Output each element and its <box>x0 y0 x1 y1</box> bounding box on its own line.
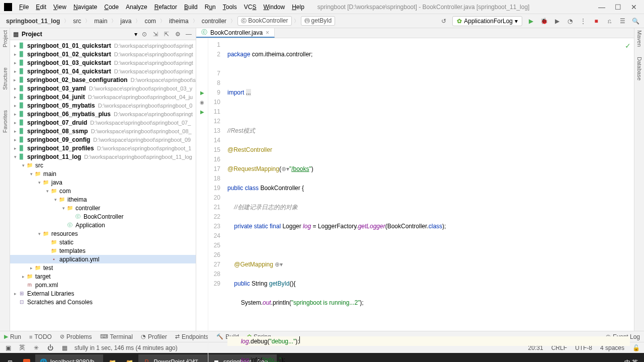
git-icon[interactable]: ⎌ <box>605 17 614 26</box>
code-editor[interactable]: ▶ ◉ ▶ 1278910111213141516171819202122232… <box>196 38 634 362</box>
taskbar-app[interactable] <box>19 354 34 362</box>
menu-vcs[interactable]: VCS <box>241 2 260 13</box>
tree-item[interactable]: ▾📁itheima <box>10 195 196 204</box>
attach-icon[interactable]: ⋮ <box>579 17 588 26</box>
hide-icon[interactable]: — <box>185 31 193 38</box>
tree-item[interactable]: ⊡Scratches and Consoles <box>10 298 196 306</box>
menu-window[interactable]: Window <box>260 2 288 13</box>
tree-item[interactable]: ⓒApplication <box>10 221 196 229</box>
debug-icon[interactable]: 🐞 <box>539 17 548 26</box>
profiler-tool-button[interactable]: ◔Profiler <box>141 333 167 340</box>
taskbar-chrome[interactable]: 🌐localhost:8080/b... <box>35 354 103 362</box>
tree-item[interactable]: ▸📁test <box>10 263 196 272</box>
tree-item[interactable]: ▾📁main <box>10 169 196 178</box>
tree-item[interactable]: ▸▉springboot_01_03_quickstartD:\workspac… <box>10 58 196 67</box>
chevron-down-icon[interactable]: ▾ <box>134 31 137 38</box>
tree-item[interactable]: ▸📁target <box>10 272 196 281</box>
minimize-icon[interactable]: — <box>596 3 608 11</box>
database-tool-button[interactable]: Database <box>636 57 642 80</box>
coverage-icon[interactable]: ▶ <box>552 17 561 26</box>
spring-gutter-icon[interactable]: ◉ <box>196 98 208 107</box>
tree-item[interactable]: ▾📁src <box>10 161 196 169</box>
favorites-tool-button[interactable]: Favorites <box>2 110 8 133</box>
ime-status[interactable]: 英 <box>18 343 26 352</box>
tree-item[interactable]: ▸▉springboot_01_01_quickstartD:\workspac… <box>10 41 196 50</box>
maximize-icon[interactable]: ☐ <box>612 3 624 11</box>
tree-item[interactable]: ▾📁resources <box>10 229 196 238</box>
power-save-icon[interactable]: ⏻ <box>46 344 54 351</box>
tree-item[interactable]: ▸▉springboot_04_junitD:\workspace\spring… <box>10 93 196 101</box>
menu-file[interactable]: File <box>16 2 32 13</box>
run-icon[interactable]: ▶ <box>526 17 535 26</box>
tree-item[interactable]: ▸▉springboot_01_04_quickstartD:\workspac… <box>10 67 196 75</box>
tree-item[interactable]: ▸▉springboot_03_yamlD:\workspace\springb… <box>10 84 196 93</box>
project-panel-title[interactable]: Project <box>22 31 131 38</box>
taskbar-explorer[interactable]: 📁 <box>104 354 120 362</box>
tree-item[interactable]: 📁static <box>10 238 196 246</box>
tree-item[interactable]: ▸▉springboot_08_ssmpD:\workspace\springb… <box>10 127 196 135</box>
crumb-controller[interactable]: controller <box>200 17 228 26</box>
tree-item[interactable]: ▾📁com <box>10 187 196 195</box>
menu-help[interactable]: Help <box>289 2 307 13</box>
tree-item[interactable]: ▸⊞External Libraries <box>10 289 196 298</box>
taskbar-folder2[interactable]: 📁 <box>121 354 137 362</box>
terminal-tool-button[interactable]: ⌨Terminal <box>100 333 133 340</box>
menu-run[interactable]: Run <box>202 2 219 13</box>
tree-item[interactable]: ▸▉springboot_02_base_configurationD:\wor… <box>10 75 196 84</box>
problems-tool-button[interactable]: ⊘Problems <box>60 333 92 340</box>
start-button[interactable]: ⊞ <box>2 354 18 362</box>
tool-windows-icon[interactable]: ▣ <box>4 344 12 351</box>
tree-item[interactable]: ▸▉springboot_09_configD:\workspace\sprin… <box>10 135 196 144</box>
tree-item[interactable]: ▾📁controller <box>10 204 196 212</box>
structure-tool-button[interactable]: Structure <box>2 67 8 90</box>
crumb-com[interactable]: com <box>142 17 158 26</box>
run-config-selector[interactable]: ✿ ApplicationForLog ▾ <box>452 16 522 26</box>
menu-edit[interactable]: Edit <box>33 2 49 13</box>
project-tool-button[interactable]: Project <box>2 30 8 47</box>
stop-icon[interactable]: ■ <box>592 17 601 26</box>
tree-item[interactable]: mpom.xml <box>10 281 196 289</box>
close-icon[interactable]: ✕ <box>628 3 640 11</box>
menu-analyze[interactable]: Analyze <box>123 2 150 13</box>
run-gutter-icon[interactable]: ▶ <box>196 107 208 117</box>
crumb-itheima[interactable]: itheima <box>167 17 191 26</box>
menu-navigate[interactable]: Navigate <box>70 2 100 13</box>
crumb-method[interactable]: ⓜ getById <box>301 16 336 26</box>
notif-icon[interactable]: ✳ <box>32 344 40 351</box>
search-icon[interactable]: 🔍 <box>631 17 640 26</box>
maven-tool-button[interactable]: Maven <box>636 30 642 47</box>
tree-item[interactable]: ▸▉springboot_06_mybatis_plusD:\workspace… <box>10 110 196 118</box>
expand-all-icon[interactable]: ⇲ <box>151 31 159 38</box>
tree-item[interactable]: ▸▉springboot_10_profilesD:\workspace\spr… <box>10 144 196 152</box>
todo-tool-button[interactable]: ≡TODO <box>29 333 52 340</box>
code-content[interactable]: package com.itheima.controller; import .… <box>223 38 634 362</box>
tree-item[interactable]: ▾📁java <box>10 178 196 187</box>
collapse-all-icon[interactable]: ⇱ <box>163 31 171 38</box>
menu-build[interactable]: Build <box>181 2 201 13</box>
menu-tools[interactable]: Tools <box>220 2 240 13</box>
menu-view[interactable]: View <box>50 2 69 13</box>
gear-icon[interactable]: ⚙ <box>174 31 182 38</box>
crumb-main[interactable]: main <box>92 17 109 26</box>
editor-tab-bookcontroller[interactable]: ⓒ BookController.java × <box>196 28 275 38</box>
tree-item[interactable]: ▸▉springboot_07_druidD:\workspace\spring… <box>10 118 196 127</box>
search-everywhere-icon[interactable]: ☰ <box>618 17 627 26</box>
menu-refactor[interactable]: Refactor <box>151 2 180 13</box>
progress-icon[interactable]: ▦ <box>60 344 68 351</box>
tree-item[interactable]: ▪application.yml <box>10 255 196 263</box>
tree-item[interactable]: ⓒBookController <box>10 212 196 221</box>
run-gutter-icon[interactable]: ▶ <box>196 88 208 98</box>
profile-icon[interactable]: ◔ <box>566 17 575 26</box>
project-tree[interactable]: ▸▉springboot_01_01_quickstartD:\workspac… <box>10 40 196 331</box>
tree-item[interactable]: 📁templates <box>10 246 196 255</box>
run-tool-button[interactable]: ▶Run <box>4 333 21 340</box>
crumb-java[interactable]: java <box>118 17 133 26</box>
crumb-class[interactable]: ⓒ BookController <box>237 16 291 26</box>
tree-item[interactable]: ▾▉springboot_11_logD:\workspace\springbo… <box>10 152 196 161</box>
build-icon[interactable]: ↺ <box>439 17 448 26</box>
crumb-project[interactable]: springboot_11_log <box>4 17 62 26</box>
crumb-src[interactable]: src <box>71 17 83 26</box>
select-opened-icon[interactable]: ⊙ <box>140 31 148 38</box>
tree-item[interactable]: ▸▉springboot_05_mybatisD:\workspace\spri… <box>10 101 196 110</box>
menu-code[interactable]: Code <box>101 2 122 13</box>
